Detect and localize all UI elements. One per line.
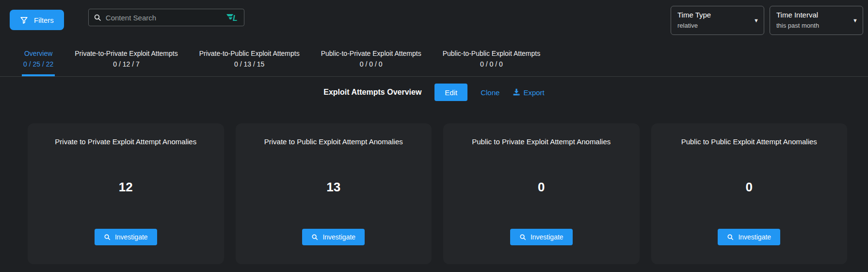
filter-icon: [20, 16, 28, 24]
investigate-label: Investigate: [530, 233, 563, 241]
card-title: Private to Private Exploit Attempt Anoma…: [48, 137, 203, 146]
time-interval-dropdown[interactable]: Time Interval this past month ▼: [770, 6, 863, 35]
tab-counts: 0 / 12 / 7: [75, 60, 177, 68]
tab-label: Public-to-Private Exploit Attempts: [321, 50, 421, 57]
tab-counts: 0 / 0 / 0: [321, 60, 421, 68]
filters-button[interactable]: Filters: [10, 10, 64, 30]
export-link[interactable]: Export: [513, 88, 544, 97]
card-private-to-public-anomalies: Private to Public Exploit Attempt Anomal…: [236, 123, 432, 264]
anomaly-count: 0: [538, 146, 545, 229]
investigate-label: Investigate: [322, 233, 355, 241]
tab-bar: Overview 0 / 25 / 22 Private-to-Private …: [0, 35, 868, 77]
search-icon: [104, 234, 111, 240]
chevron-down-icon: ▼: [852, 18, 858, 23]
anomaly-count: 0: [746, 146, 753, 229]
time-type-dropdown[interactable]: Time Type relative ▼: [671, 6, 764, 35]
clone-label: Clone: [481, 88, 499, 97]
investigate-button[interactable]: Investigate: [510, 229, 573, 245]
investigate-button[interactable]: Investigate: [718, 229, 780, 245]
content-search-input[interactable]: [105, 13, 223, 22]
tab-counts: 0 / 0 / 0: [443, 60, 541, 68]
investigate-button[interactable]: Investigate: [95, 229, 157, 245]
dashboard-title-row: Exploit Attempts Overview Edit Clone Exp…: [0, 84, 868, 101]
card-public-to-public-anomalies: Public to Public Exploit Attempt Anomali…: [651, 123, 848, 264]
time-type-label: Time Type: [677, 11, 750, 19]
tab-label: Private-to-Private Exploit Attempts: [75, 50, 177, 57]
card-title: Public to Public Exploit Attempt Anomali…: [675, 137, 824, 146]
chevron-down-icon: ▼: [754, 18, 759, 23]
tab-counts: 0 / 25 / 22: [23, 60, 53, 68]
edit-button[interactable]: Edit: [434, 84, 467, 101]
export-label: Export: [523, 88, 544, 97]
investigate-label: Investigate: [738, 233, 771, 241]
page-title: Exploit Attempts Overview: [323, 88, 421, 97]
svg-text:L: L: [233, 14, 238, 22]
clone-link[interactable]: Clone: [481, 88, 499, 97]
card-private-to-private-anomalies: Private to Private Exploit Attempt Anoma…: [28, 123, 224, 264]
tab-private-to-public[interactable]: Private-to-Public Exploit Attempts 0 / 1…: [198, 50, 301, 76]
search-icon: [94, 14, 101, 21]
summary-cards: Private to Private Exploit Attempt Anoma…: [28, 123, 847, 264]
time-interval-value: this past month: [776, 22, 849, 29]
query-language-logo-icon[interactable]: L: [226, 14, 239, 21]
investigate-button[interactable]: Investigate: [302, 229, 365, 245]
tab-public-to-public[interactable]: Public-to-Public Exploit Attempts 0 / 0 …: [441, 50, 542, 76]
card-public-to-private-anomalies: Public to Private Exploit Attempt Anomal…: [443, 123, 640, 264]
tab-label: Private-to-Public Exploit Attempts: [199, 50, 300, 57]
tab-label: Public-to-Public Exploit Attempts: [443, 50, 541, 57]
time-interval-label: Time Interval: [776, 11, 849, 19]
investigate-label: Investigate: [115, 233, 148, 241]
card-title: Private to Public Exploit Attempt Anomal…: [257, 137, 410, 146]
anomaly-count: 12: [119, 146, 133, 229]
search-icon: [311, 234, 318, 240]
filters-label: Filters: [34, 16, 54, 24]
tab-public-to-private[interactable]: Public-to-Private Exploit Attempts 0 / 0…: [320, 50, 423, 76]
tab-counts: 0 / 13 / 15: [199, 60, 300, 68]
tab-label: Overview: [23, 50, 53, 57]
search-icon: [727, 234, 734, 240]
tab-private-to-private[interactable]: Private-to-Private Exploit Attempts 0 / …: [73, 50, 179, 76]
card-title: Public to Private Exploit Attempt Anomal…: [465, 137, 617, 146]
download-icon: [513, 88, 520, 96]
time-type-value: relative: [677, 22, 750, 29]
content-search-box[interactable]: L: [88, 9, 244, 26]
search-icon: [519, 234, 526, 240]
anomaly-count: 13: [326, 146, 340, 229]
tab-overview[interactable]: Overview 0 / 25 / 22: [22, 50, 55, 76]
top-bar: Filters L Time Type relative ▼ Time Inte…: [0, 0, 868, 35]
